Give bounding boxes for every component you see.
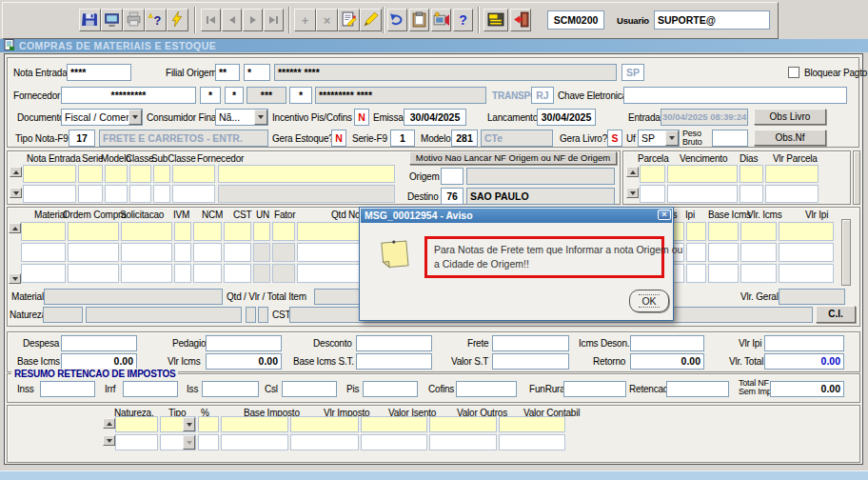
despesa-field[interactable] — [61, 335, 137, 351]
impostos-grid-cell[interactable] — [499, 416, 565, 432]
itens-grid-cell[interactable] — [779, 243, 834, 262]
notas-grid-cell[interactable] — [218, 165, 395, 183]
itens-grid-cell[interactable] — [708, 222, 739, 241]
itens-grid-cell[interactable] — [224, 264, 251, 283]
print-screen-button[interactable] — [431, 9, 451, 31]
base-icms-field[interactable]: 0.00 — [61, 353, 137, 370]
frete-field[interactable] — [492, 335, 569, 351]
destino-field[interactable]: 76 — [441, 188, 464, 205]
parcelas-grid-cell[interactable] — [765, 165, 819, 183]
serie-f9-field[interactable]: 1 — [390, 130, 415, 147]
add-record-button[interactable]: + — [294, 9, 316, 31]
dialog-title-bar[interactable]: MSG_00012954 - Aviso — [361, 209, 672, 223]
scroll-up-button[interactable] — [10, 167, 22, 177]
impostos-grid-cell[interactable] — [198, 434, 219, 450]
itens-grid-cell[interactable] — [193, 222, 222, 241]
scroll-down-button[interactable] — [10, 188, 22, 198]
notas-grid-cell[interactable] — [172, 165, 215, 183]
execute-query-button[interactable] — [360, 9, 382, 31]
itens-grid-cell[interactable] — [21, 222, 66, 241]
scroll-down-button[interactable] — [626, 188, 639, 198]
itens-grid-cell[interactable] — [121, 222, 172, 241]
fornecedor-field-2[interactable]: * — [225, 87, 244, 104]
cofins-field[interactable] — [456, 381, 517, 397]
enter-query-button[interactable] — [338, 9, 360, 31]
itens-grid-cell[interactable] — [708, 243, 739, 262]
itens-grid-cell[interactable] — [224, 222, 251, 241]
impostos-grid-cell[interactable] — [198, 416, 219, 432]
scroll-up-button[interactable] — [103, 418, 115, 429]
origem-field[interactable] — [441, 168, 464, 185]
exit-button[interactable] — [510, 9, 531, 31]
impostos-grid-cell[interactable] — [429, 416, 497, 432]
print-button[interactable] — [123, 9, 145, 31]
chevron-down-icon[interactable] — [665, 130, 679, 146]
fornecedor-field[interactable]: ********* — [61, 87, 196, 104]
itens-grid-cell[interactable] — [740, 243, 777, 262]
chevron-down-icon[interactable] — [183, 435, 195, 450]
itens-grid-cell[interactable] — [686, 264, 706, 283]
irrf-field[interactable] — [123, 381, 178, 397]
impostos-grid-cell[interactable] — [290, 416, 359, 432]
chevron-down-icon[interactable] — [254, 110, 267, 125]
clipboard-button[interactable] — [409, 9, 429, 31]
save-button[interactable] — [79, 9, 101, 31]
scroll-up-button[interactable] — [9, 223, 21, 233]
itens-grid-cell[interactable] — [193, 264, 222, 283]
nota-entrada-field[interactable]: **** — [67, 64, 131, 81]
notas-grid-cell[interactable] — [105, 165, 128, 183]
impostos-tipo-combo[interactable] — [160, 416, 196, 432]
vertical-scrollbar[interactable] — [841, 219, 851, 286]
notas-grid-cell[interactable] — [153, 165, 170, 183]
chevron-down-icon[interactable] — [183, 417, 195, 431]
impostos-tipo-combo[interactable] — [160, 434, 196, 450]
itens-grid-cell[interactable] — [121, 264, 172, 283]
impostos-grid-cell[interactable] — [429, 434, 497, 450]
notas-grid-cell[interactable] — [78, 165, 103, 183]
chave-eletronica-field[interactable] — [623, 87, 847, 104]
icms-deson-field[interactable] — [630, 335, 704, 351]
nav-prev-button[interactable] — [222, 9, 242, 31]
parcelas-grid-cell[interactable] — [667, 185, 738, 203]
notas-grid-cell[interactable] — [78, 185, 103, 203]
dialog-close-button[interactable]: × — [658, 210, 671, 220]
notas-grid-cell[interactable] — [129, 165, 151, 183]
itens-grid-cell[interactable] — [297, 243, 360, 262]
uf-combo[interactable]: SP — [638, 130, 680, 147]
screen-button[interactable] — [101, 9, 123, 31]
nav-last-button[interactable] — [264, 9, 284, 31]
itens-grid-cell[interactable] — [686, 243, 706, 262]
scroll-down-button[interactable] — [103, 435, 115, 446]
csl-field[interactable] — [282, 381, 337, 397]
notas-grid-cell[interactable] — [23, 185, 76, 203]
impostos-grid-cell[interactable] — [221, 416, 288, 432]
notas-grid-cell[interactable] — [153, 185, 170, 203]
wizard-help-button[interactable]: ? — [145, 9, 167, 31]
program-code-field[interactable]: SCM0200 — [547, 10, 604, 30]
itens-grid-cell[interactable] — [174, 222, 191, 241]
itens-grid-cell[interactable] — [253, 222, 270, 241]
filial-origem-field-1[interactable]: ** — [215, 64, 240, 81]
nav-next-button[interactable] — [243, 9, 263, 31]
chevron-down-icon[interactable] — [128, 110, 142, 125]
itens-grid-cell[interactable] — [779, 264, 834, 283]
itens-grid-cell[interactable] — [740, 264, 777, 283]
fornecedor-field-1[interactable]: * — [200, 87, 221, 104]
ok-button[interactable]: OK — [629, 290, 669, 312]
modelo-field[interactable]: 281 — [451, 130, 478, 147]
notas-grid-cell[interactable] — [172, 185, 215, 203]
pedagio-field[interactable] — [206, 335, 282, 351]
itens-grid-cell[interactable] — [68, 222, 119, 241]
iss-field[interactable] — [202, 381, 259, 397]
undo-button[interactable] — [387, 9, 407, 31]
itens-grid-cell[interactable] — [193, 243, 222, 262]
parcelas-grid-cell[interactable] — [740, 165, 763, 183]
itens-grid-cell[interactable] — [297, 264, 360, 283]
parcelas-grid-cell[interactable] — [640, 165, 665, 183]
scroll-down-button[interactable] — [9, 273, 21, 284]
itens-grid-cell[interactable] — [121, 243, 172, 262]
menu-button[interactable] — [483, 9, 508, 31]
obs-livro-button[interactable]: Obs Livro — [754, 109, 826, 125]
gera-livro-flag[interactable]: S — [607, 130, 622, 147]
itens-grid-cell[interactable] — [272, 222, 295, 241]
